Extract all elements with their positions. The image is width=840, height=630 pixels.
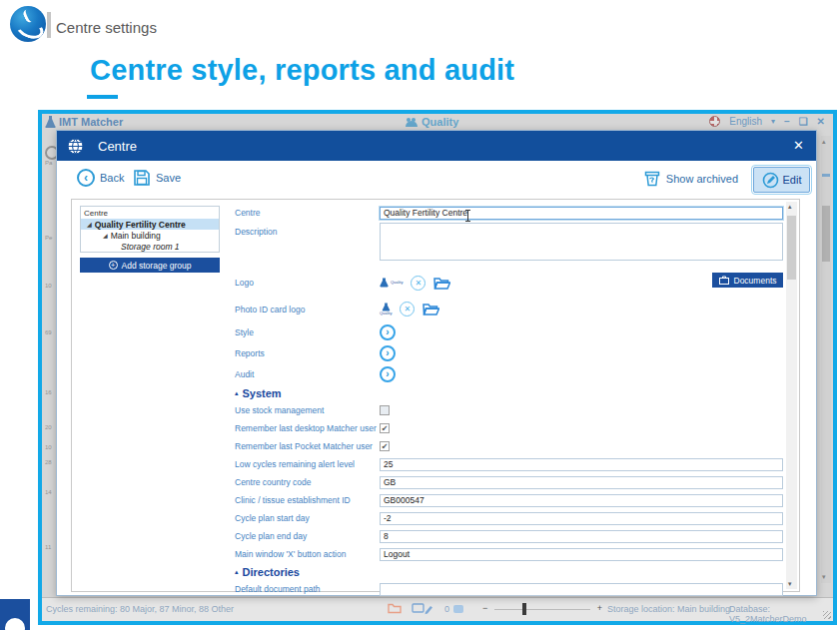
header-divider bbox=[47, 12, 51, 38]
page-title-underline bbox=[87, 95, 118, 99]
audit-open-icon[interactable]: › bbox=[380, 366, 396, 382]
archive-bin-icon bbox=[643, 170, 661, 188]
slider-thumb[interactable] bbox=[522, 603, 526, 615]
cycle-start-input[interactable] bbox=[380, 512, 783, 525]
app-logo-icon bbox=[10, 6, 46, 42]
browse-folder-icon[interactable] bbox=[422, 303, 439, 315]
tree-item-label: Main building bbox=[111, 231, 161, 241]
tree-item-label: Storage room 1 bbox=[121, 242, 180, 252]
device-pen-icon[interactable] bbox=[412, 603, 433, 615]
x-button-action-row: Main window 'X' button action bbox=[235, 545, 783, 563]
show-archived-button[interactable]: Show archived bbox=[643, 170, 738, 188]
browse-folder-icon[interactable] bbox=[433, 277, 450, 290]
reports-open-icon[interactable]: › bbox=[380, 345, 396, 361]
logo-field-row: Logo Quality ✕ Doc bbox=[235, 269, 783, 297]
low-cycles-label: Low cycles remaining alert level bbox=[235, 459, 380, 469]
remember-pocket-checkbox[interactable]: ✔ bbox=[380, 441, 390, 451]
add-storage-group-button[interactable]: + Add storage group bbox=[80, 258, 220, 273]
back-button[interactable]: ‹ Back bbox=[77, 169, 124, 187]
description-field-label: Description bbox=[235, 223, 380, 237]
tree-item-centre[interactable]: ◢ Quality Fertility Centre bbox=[81, 219, 219, 230]
description-input[interactable] bbox=[380, 223, 783, 261]
audit-row: Audit › bbox=[235, 363, 783, 384]
page-title: Centre style, reports and audit bbox=[90, 54, 514, 87]
scroll-down-icon[interactable]: ▾ bbox=[788, 580, 792, 588]
default-document-path-label: Default document path bbox=[235, 584, 380, 594]
remember-desktop-checkbox[interactable]: ✔ bbox=[380, 423, 390, 433]
logo-thumbnail: Quality bbox=[380, 278, 403, 288]
centre-field-label: Centre bbox=[235, 208, 380, 218]
resize-grip[interactable] bbox=[823, 611, 831, 619]
status-bar: Cycles remaining: 80 Major, 87 Minor, 88… bbox=[42, 597, 833, 621]
centre-field-row: Centre bbox=[235, 203, 783, 223]
tree-item-building[interactable]: ◢ Main building bbox=[81, 230, 219, 241]
establishment-id-input[interactable] bbox=[380, 494, 783, 507]
tree-item-storage-room[interactable]: Storage room 1 bbox=[81, 241, 219, 252]
establishment-id-row: Clinic / tissue establishment ID bbox=[235, 491, 783, 509]
back-label: Back bbox=[100, 172, 124, 184]
show-archived-label: Show archived bbox=[666, 173, 738, 185]
default-document-path-input[interactable] bbox=[380, 583, 783, 596]
style-open-icon[interactable]: › bbox=[380, 324, 396, 340]
zoom-out-icon[interactable]: − bbox=[482, 603, 487, 613]
zoom-slider[interactable]: − + bbox=[482, 608, 602, 612]
logo-field-label: Logo bbox=[235, 278, 380, 288]
collapse-icon: ▴ bbox=[235, 568, 239, 576]
cycle-end-input[interactable] bbox=[380, 530, 783, 543]
x-button-action-label: Main window 'X' button action bbox=[235, 549, 380, 559]
country-code-row: Centre country code bbox=[235, 473, 783, 491]
back-icon: ‹ bbox=[77, 169, 95, 187]
cycle-end-row: Cycle plan end day bbox=[235, 527, 783, 545]
save-button[interactable]: Save bbox=[133, 169, 181, 187]
clear-photo-id-logo-icon[interactable]: ✕ bbox=[400, 302, 415, 316]
dialog-close-icon[interactable]: ✕ bbox=[793, 138, 804, 153]
low-cycles-row: Low cycles remaining alert level bbox=[235, 455, 783, 473]
remember-desktop-row: Remember last desktop Matcher user ✔ bbox=[235, 419, 783, 437]
documents-button[interactable]: Documents bbox=[712, 273, 783, 288]
system-section-header[interactable]: ▴ System bbox=[235, 385, 783, 401]
dialog-titlebar: Centre ✕ bbox=[57, 131, 816, 161]
country-code-input[interactable] bbox=[380, 476, 783, 489]
briefcase-icon bbox=[719, 276, 729, 285]
zoom-in-icon[interactable]: + bbox=[597, 603, 602, 613]
scroll-up-icon[interactable]: ▴ bbox=[788, 203, 792, 211]
form-scrollbar[interactable]: ▴ ▾ bbox=[786, 202, 797, 589]
use-stock-checkbox[interactable] bbox=[380, 405, 390, 415]
notification-count-value: 0 bbox=[444, 604, 449, 614]
x-button-action-input[interactable] bbox=[380, 548, 783, 561]
photo-id-thumbnail-text: Quality bbox=[380, 312, 392, 315]
clear-logo-icon[interactable]: ✕ bbox=[411, 276, 425, 291]
add-storage-group-label: Add storage group bbox=[122, 261, 192, 271]
slider-track[interactable] bbox=[494, 609, 590, 610]
flask-icon bbox=[380, 278, 389, 288]
expander-icon[interactable]: ◢ bbox=[103, 232, 108, 239]
scrollbar-thumb[interactable] bbox=[787, 216, 796, 280]
save-icon bbox=[133, 169, 151, 187]
globe-icon bbox=[67, 138, 84, 155]
default-document-path-row: Default document path bbox=[235, 580, 783, 598]
use-stock-label: Use stock management bbox=[235, 405, 380, 415]
system-section-title: System bbox=[243, 387, 282, 399]
photo-id-logo-row: Photo ID card logo Quality ✕ bbox=[235, 297, 783, 321]
folder-status-icon[interactable] bbox=[388, 603, 402, 614]
plus-circle-icon: + bbox=[109, 261, 118, 270]
remember-pocket-label: Remember last Pocket Matcher user bbox=[235, 441, 380, 451]
photo-id-logo-thumbnail: Quality bbox=[380, 303, 392, 315]
use-stock-row: Use stock management bbox=[235, 401, 783, 419]
low-cycles-input[interactable] bbox=[380, 458, 783, 471]
remember-desktop-label: Remember last desktop Matcher user bbox=[235, 423, 380, 433]
edit-button[interactable]: Edit bbox=[753, 167, 810, 193]
centre-input[interactable] bbox=[380, 207, 783, 220]
description-field-row: Description bbox=[235, 223, 783, 269]
style-row: Style › bbox=[235, 321, 783, 342]
directories-section-title: Directories bbox=[243, 566, 300, 578]
expander-icon[interactable]: ◢ bbox=[87, 221, 92, 228]
collapse-icon: ▴ bbox=[235, 389, 239, 397]
centre-tree: Centre ◢ Quality Fertility Centre ◢ Main… bbox=[80, 206, 220, 253]
directories-section-header[interactable]: ▴ Directories bbox=[235, 564, 783, 580]
reports-label: Reports bbox=[235, 348, 380, 358]
cycles-remaining-text: Cycles remaining: 80 Major, 87 Minor, 88… bbox=[46, 604, 234, 614]
cycle-end-label: Cycle plan end day bbox=[235, 531, 380, 541]
edit-label: Edit bbox=[783, 174, 802, 186]
notification-count[interactable]: 0 bbox=[444, 604, 464, 614]
